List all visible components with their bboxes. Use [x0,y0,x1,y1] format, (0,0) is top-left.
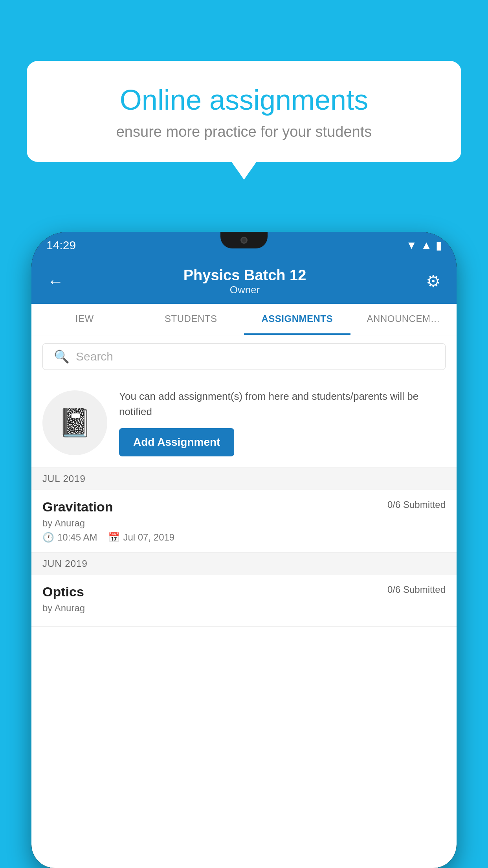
screen-content: 🔍 Search 📓 You can add assignment(s) fro… [31,335,457,868]
add-assignment-description: You can add assignment(s) from here and … [119,389,446,419]
header-subtitle: Owner [183,284,306,296]
assignment-icon-circle: 📓 [42,390,107,455]
add-assignment-section: 📓 You can add assignment(s) from here an… [31,378,457,468]
assignment-item-header-optics: Optics 0/6 Submitted [42,584,446,600]
status-bar: 14:29 ▼ ▲ ▮ [31,232,457,259]
add-assignment-info: You can add assignment(s) from here and … [119,389,446,456]
header-title: Physics Batch 12 [183,267,306,284]
speech-bubble-container: Online assignments ensure more practice … [27,61,461,162]
assignment-time: 🕐 10:45 AM [42,532,97,543]
search-bar: 🔍 Search [31,335,457,378]
assignment-time-value: 10:45 AM [57,532,97,543]
section-header-jun2019: JUN 2019 [31,553,457,575]
camera [240,237,248,244]
settings-icon[interactable]: ⚙ [426,272,441,291]
add-assignment-button[interactable]: Add Assignment [119,428,234,456]
speech-bubble-title: Online assignments [54,85,434,116]
app-header: ← Physics Batch 12 Owner ⚙ [31,259,457,304]
assignment-date: 📅 Jul 07, 2019 [108,532,174,543]
signal-icon: ▲ [421,239,432,252]
assignment-submitted-optics: 0/6 Submitted [387,584,446,595]
wifi-icon: ▼ [406,239,417,252]
speech-bubble: Online assignments ensure more practice … [27,61,461,162]
status-icons: ▼ ▲ ▮ [406,239,442,252]
notebook-icon: 📓 [58,406,92,439]
search-input[interactable]: Search [76,350,113,363]
tab-assignments[interactable]: ASSIGNMENTS [244,304,350,335]
status-time: 14:29 [46,239,76,252]
assignment-by-optics: by Anurag [42,603,446,614]
calendar-icon: 📅 [108,532,120,543]
assignment-item-optics[interactable]: Optics 0/6 Submitted by Anurag [31,575,457,627]
speech-bubble-subtitle: ensure more practice for your students [54,123,434,140]
tabs-bar: IEW STUDENTS ASSIGNMENTS ANNOUNCEM… [31,304,457,335]
phone-screen: 14:29 ▼ ▲ ▮ ← Physics Batch 12 Owner ⚙ I… [31,232,457,868]
battery-icon: ▮ [436,239,442,252]
assignment-item-gravitation[interactable]: Gravitation 0/6 Submitted by Anurag 🕐 10… [31,490,457,553]
clock-icon: 🕐 [42,532,54,543]
assignment-by: by Anurag [42,518,446,529]
assignment-meta: 🕐 10:45 AM 📅 Jul 07, 2019 [42,532,446,543]
search-icon: 🔍 [54,349,70,364]
tab-students[interactable]: STUDENTS [138,304,244,335]
assignment-name-optics: Optics [42,584,84,600]
assignment-name: Gravitation [42,499,113,515]
back-button[interactable]: ← [47,272,64,291]
assignment-date-value: Jul 07, 2019 [123,532,174,543]
assignment-item-header: Gravitation 0/6 Submitted [42,499,446,515]
tab-iew[interactable]: IEW [31,304,138,335]
notch [220,232,268,248]
header-title-block: Physics Batch 12 Owner [183,267,306,296]
tab-announcements[interactable]: ANNOUNCEM… [350,304,457,335]
phone-frame: 14:29 ▼ ▲ ▮ ← Physics Batch 12 Owner ⚙ I… [31,232,457,868]
search-input-container[interactable]: 🔍 Search [42,343,446,370]
assignment-submitted: 0/6 Submitted [387,499,446,510]
section-header-jul2019: JUL 2019 [31,468,457,490]
